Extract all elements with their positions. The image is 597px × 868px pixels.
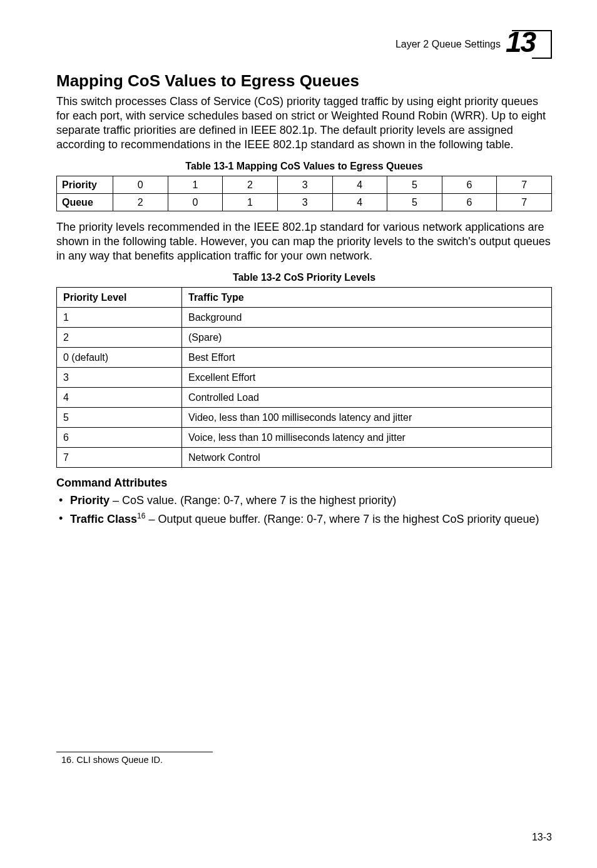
attr-text: – CoS value. (Range: 0-7, where 7 is the… (110, 494, 396, 507)
cell: 3 (277, 176, 332, 194)
table-13-2: Priority Level Traffic Type 1Background … (56, 287, 552, 468)
cell: 4 (57, 388, 182, 408)
footnote-rule (56, 752, 213, 752)
table-row: 2(Spare) (57, 328, 552, 348)
cell: 1 (57, 308, 182, 328)
table-row: 6Voice, less than 10 milliseconds latenc… (57, 428, 552, 448)
table-row: 7Network Control (57, 448, 552, 468)
footnote-ref: 16 (137, 512, 145, 520)
cell: 1 (168, 176, 223, 194)
attr-label: Traffic Class (70, 513, 137, 525)
table-row: Queue 2 0 1 3 4 5 6 7 (57, 194, 552, 211)
cell: 7 (57, 448, 182, 468)
attr-text: – Output queue buffer. (Range: 0-7, wher… (145, 513, 539, 525)
paragraph-2: The priority levels recommended in the I… (56, 220, 552, 263)
cell: 5 (387, 176, 442, 194)
running-header-text: Layer 2 Queue Settings (395, 39, 501, 50)
cell: 6 (442, 176, 497, 194)
section-heading: Mapping CoS Values to Egress Queues (56, 71, 552, 91)
cell: 5 (57, 408, 182, 428)
cell: 7 (497, 176, 552, 194)
cell: 0 (113, 176, 168, 194)
attr-label: Priority (70, 494, 110, 507)
chapter-number: 13 (506, 25, 535, 59)
command-attributes-heading: Command Attributes (56, 477, 552, 490)
cell: 6 (442, 194, 497, 211)
table-row: 0 (default)Best Effort (57, 348, 552, 368)
intro-paragraph: This switch processes Class of Service (… (56, 94, 552, 152)
cell: Controlled Load (182, 388, 552, 408)
row-label: Priority (57, 176, 113, 194)
list-item: Priority – CoS value. (Range: 0-7, where… (56, 493, 552, 508)
cell: 3 (277, 194, 332, 211)
cell: Best Effort (182, 348, 552, 368)
cell: 2 (113, 194, 168, 211)
footnote-16: 16. CLI shows Queue ID. (56, 755, 552, 765)
table-row: 4Controlled Load (57, 388, 552, 408)
cell: (Spare) (182, 328, 552, 348)
running-header: Layer 2 Queue Settings 13 (56, 30, 552, 59)
cell: 1 (223, 194, 278, 211)
cell: 3 (57, 368, 182, 388)
cell: Voice, less than 10 milliseconds latency… (182, 428, 552, 448)
chapter-badge: 13 (512, 30, 552, 59)
col-header: Priority Level (57, 288, 182, 308)
cell: 5 (387, 194, 442, 211)
table-13-1: Priority 0 1 2 3 4 5 6 7 Queue 2 0 1 3 4… (56, 176, 552, 211)
cell: 7 (497, 194, 552, 211)
table-13-1-caption: Table 13-1 Mapping CoS Values to Egress … (56, 161, 552, 172)
cell: 2 (223, 176, 278, 194)
cell: Video, less than 100 milliseconds latenc… (182, 408, 552, 428)
row-label: Queue (57, 194, 113, 211)
cell: 4 (332, 176, 387, 194)
col-header: Traffic Type (182, 288, 552, 308)
cell: Background (182, 308, 552, 328)
page-number: 13-3 (532, 832, 552, 843)
cell: 4 (332, 194, 387, 211)
cell: Network Control (182, 448, 552, 468)
cell: 6 (57, 428, 182, 448)
cell: 0 (168, 194, 223, 211)
table-row: Priority 0 1 2 3 4 5 6 7 (57, 176, 552, 194)
cell: 0 (default) (57, 348, 182, 368)
table-13-2-caption: Table 13-2 CoS Priority Levels (56, 272, 552, 283)
list-item: Traffic Class16 – Output queue buffer. (… (56, 512, 552, 527)
table-row: 5Video, less than 100 milliseconds laten… (57, 408, 552, 428)
table-row: 3Excellent Effort (57, 368, 552, 388)
cell: Excellent Effort (182, 368, 552, 388)
command-attributes-list: Priority – CoS value. (Range: 0-7, where… (56, 493, 552, 527)
cell: 2 (57, 328, 182, 348)
table-row: 1Background (57, 308, 552, 328)
table-header-row: Priority Level Traffic Type (57, 288, 552, 308)
